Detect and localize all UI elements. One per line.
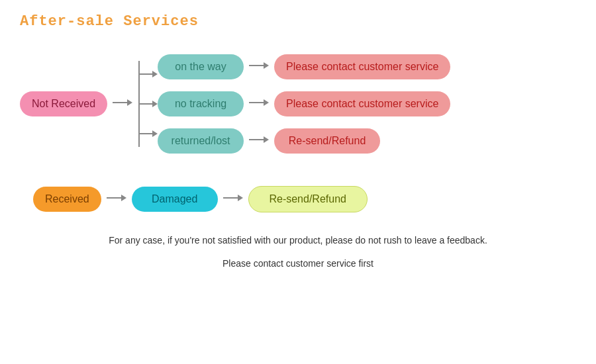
branch-row-3: returned/lost Re-send/Refund bbox=[158, 128, 450, 154]
result-on-the-way: Please contact customer service bbox=[274, 54, 450, 79]
received-badge: Received bbox=[33, 187, 101, 212]
footer-line2: Please contact customer service first bbox=[20, 255, 576, 272]
received-arrow-1 bbox=[107, 191, 126, 207]
page-title: After-sale Services bbox=[20, 13, 576, 30]
fan-svg bbox=[138, 61, 158, 147]
not-received-badge: Not Received bbox=[20, 91, 107, 116]
branch-row-2: no tracking Please contact customer serv… bbox=[158, 91, 450, 116]
result-returned-lost: Re-send/Refund bbox=[274, 128, 380, 154]
result-no-tracking: Please contact customer service bbox=[274, 91, 450, 116]
status-returned-lost: returned/lost bbox=[158, 128, 244, 154]
svg-marker-10 bbox=[264, 62, 269, 69]
received-result: Re-send/Refund bbox=[248, 186, 368, 212]
status-no-tracking: no tracking bbox=[158, 91, 244, 116]
svg-marker-1 bbox=[127, 99, 132, 106]
status-on-the-way: on the way bbox=[158, 54, 244, 79]
svg-marker-4 bbox=[152, 71, 158, 77]
svg-marker-18 bbox=[238, 195, 243, 201]
damaged-badge: Damaged bbox=[132, 187, 218, 212]
branches-container: on the way Please contact customer servi… bbox=[138, 48, 450, 159]
arrow-2 bbox=[249, 96, 269, 112]
main-arrow bbox=[113, 96, 132, 112]
received-arrow-2 bbox=[223, 191, 243, 207]
svg-marker-12 bbox=[264, 99, 269, 106]
fanout-rows: on the way Please contact customer servi… bbox=[158, 48, 450, 159]
svg-marker-8 bbox=[152, 130, 158, 137]
svg-marker-6 bbox=[152, 101, 158, 107]
svg-marker-14 bbox=[264, 136, 269, 143]
branch-row-1: on the way Please contact customer servi… bbox=[158, 54, 450, 79]
arrow-3 bbox=[249, 133, 269, 149]
not-received-section: Not Received bbox=[20, 48, 576, 159]
footer: For any case, if you're not satisfied wi… bbox=[20, 232, 576, 272]
arrow-1 bbox=[249, 59, 269, 75]
svg-marker-16 bbox=[121, 195, 126, 201]
received-section: Received Damaged Re-send/Refund bbox=[33, 186, 576, 212]
page: After-sale Services Not Received bbox=[0, 0, 596, 364]
footer-line1: For any case, if you're not satisfied wi… bbox=[20, 232, 576, 249]
